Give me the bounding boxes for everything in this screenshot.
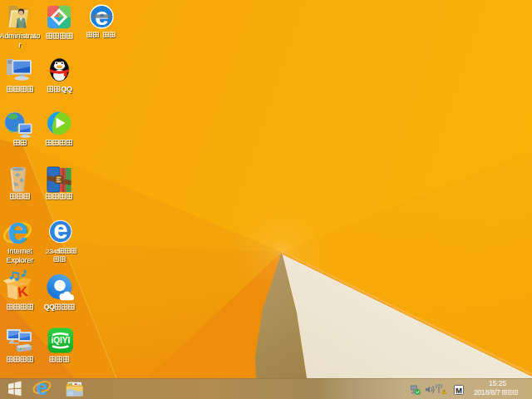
svg-text:15:25: 15:25 xyxy=(489,379,507,387)
svg-text:Explorer: Explorer xyxy=(7,256,34,264)
svg-text:2018/8/7: 2018/8/7 xyxy=(474,389,500,397)
svg-text:QQ: QQ xyxy=(62,85,73,93)
svg-text:Internet: Internet xyxy=(7,247,32,255)
svg-text:iQIYI: iQIYI xyxy=(51,336,70,345)
svg-text:QQ: QQ xyxy=(44,303,56,311)
svg-text:M: M xyxy=(456,386,462,395)
svg-text:e: e xyxy=(53,215,67,244)
svg-text:e: e xyxy=(7,209,29,252)
svg-text:2345: 2345 xyxy=(46,248,61,255)
svg-text:Administrato: Administrato xyxy=(0,32,41,40)
svg-text:r: r xyxy=(19,41,22,49)
svg-text:e: e xyxy=(37,376,48,399)
